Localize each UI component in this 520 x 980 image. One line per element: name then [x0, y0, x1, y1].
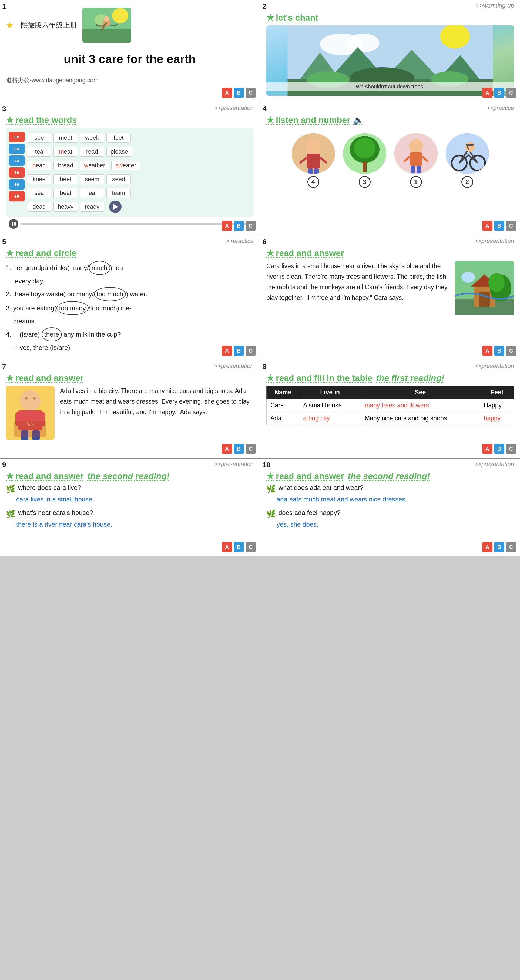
star-icon-5: ★	[6, 248, 14, 258]
slide-number-8: 8	[263, 363, 266, 371]
listen-img-3: 3	[343, 133, 386, 188]
badge-b-3[interactable]: B	[234, 221, 244, 231]
badge-b-5[interactable]: B	[234, 345, 244, 356]
badge-a-9[interactable]: A	[222, 542, 232, 552]
badge-b-8[interactable]: B	[494, 444, 504, 454]
badge-a-4[interactable]: A	[482, 221, 493, 231]
svg-point-60	[22, 393, 38, 407]
svg-point-52	[461, 272, 475, 283]
badge-c-9[interactable]: C	[246, 542, 256, 552]
qa-q-10-1: 🌿 what does ada eat and wear?	[266, 484, 514, 493]
col-header-feel: Feel	[480, 386, 514, 399]
progress-bar-3[interactable]	[21, 223, 251, 225]
slide-6-title: read and answer	[276, 248, 344, 258]
badge-c-3[interactable]: C	[246, 221, 256, 231]
abc-badges-8: A B C	[482, 444, 516, 454]
play-words-btn[interactable]	[109, 200, 122, 213]
ada-feel: happy	[480, 412, 514, 425]
badge-c-4[interactable]: C	[506, 221, 516, 231]
slide-2-title: let's chant	[276, 13, 318, 23]
badge-a-6[interactable]: A	[482, 345, 493, 356]
abc-badges-2: A B C	[482, 88, 516, 98]
phonics-ea-4: ea	[9, 191, 25, 201]
listen-img-2: 2	[446, 133, 489, 188]
badge-a-7[interactable]: A	[222, 444, 232, 454]
phonics-ea-3: ea	[9, 179, 25, 189]
phonics-ea-2: ea	[9, 156, 25, 166]
slide-2-title-wrap: ★ let's chant	[266, 13, 514, 23]
word-weather: weather	[80, 161, 109, 170]
circle-item-4: 4. —(is/are) there any milk in the cup?	[6, 328, 254, 342]
badge-b-7[interactable]: B	[234, 444, 244, 454]
circle-item-3: 3. you are eating(too many/too much) ice…	[6, 301, 254, 315]
slide-10-subtitle: the second reading!	[348, 471, 430, 481]
svg-rect-36	[417, 166, 421, 173]
word-team: team	[106, 188, 131, 198]
badge-a-2[interactable]: A	[482, 88, 493, 98]
slide-5-title-wrap: ★ read and circle	[6, 248, 254, 258]
svg-rect-34	[410, 152, 422, 166]
listen-num-4: 4	[308, 176, 319, 188]
svg-point-50	[488, 273, 504, 292]
word-head: head	[27, 161, 51, 170]
circled-toomany: too many	[57, 301, 89, 315]
slide-5: 5 >>practice ★ read and circle 1. her gr…	[0, 235, 260, 360]
slide-6-title-wrap: ★ read and answer	[266, 248, 514, 258]
slide-1-subtitle: 陕旅版六年级上册	[21, 21, 77, 30]
badge-c-8[interactable]: C	[506, 444, 516, 454]
slide-3: 3 >>presentation ★ read the words ee ea …	[0, 102, 260, 235]
listen-num-2: 2	[461, 176, 473, 188]
word-beat: beat	[54, 188, 78, 198]
badge-c-2[interactable]: C	[506, 88, 516, 98]
badge-c-5[interactable]: C	[246, 345, 256, 356]
word-feet: feet	[106, 133, 131, 143]
bullet-10-2: 🌿	[266, 510, 276, 519]
star-icon-8: ★	[266, 373, 274, 383]
slide-7-title-wrap: ★ read and answer	[6, 373, 254, 383]
pause-button-3[interactable]	[9, 219, 18, 229]
words-row-1: see meet week feet	[27, 132, 251, 144]
badge-c-10[interactable]: C	[506, 542, 516, 552]
slide-2-caption: We shouldn't cut down trees.	[266, 83, 514, 91]
slide-3-title-wrap: ★ read the words	[6, 115, 254, 125]
word-meat: meat	[54, 147, 78, 156]
slide-8: 8 >>presentation ★ read and fill in the …	[260, 360, 520, 458]
badge-a-5[interactable]: A	[222, 345, 232, 356]
listen-img-boy	[395, 133, 438, 174]
circle-item-4b: —yes, there (is/are).	[6, 342, 254, 354]
star-icon-10: ★	[266, 471, 274, 481]
badge-a-3[interactable]: A	[222, 221, 232, 231]
badge-c-6[interactable]: C	[506, 345, 516, 356]
bullet-9-2: 🌿	[6, 510, 16, 519]
slide-tag-9: >>presentation	[214, 461, 254, 468]
table-row-ada: Ada a bog city Many nice cars and big sh…	[266, 412, 514, 425]
slide-tag-7: >>presentation	[214, 363, 254, 369]
slide-7-text: Ada lives in a big city. There are many …	[60, 386, 254, 440]
badge-b-10[interactable]: B	[494, 542, 504, 552]
slide-6-image	[455, 261, 514, 315]
badge-b-6[interactable]: B	[494, 345, 504, 356]
slide-number-6: 6	[263, 238, 266, 246]
svg-point-62	[33, 397, 36, 399]
badge-b-4[interactable]: B	[494, 221, 504, 231]
slide-number-2: 2	[263, 2, 266, 11]
badge-b-9[interactable]: B	[234, 542, 244, 552]
abc-badges-10: A B C	[482, 542, 516, 552]
svg-rect-30	[363, 162, 367, 172]
word-bread: bread	[54, 161, 78, 170]
star-icon-1: ★	[6, 20, 14, 30]
badge-c-1[interactable]: C	[246, 88, 256, 98]
badge-b-1[interactable]: B	[234, 88, 244, 98]
badge-a-10[interactable]: A	[482, 542, 493, 552]
abc-badges-7: A B C	[222, 444, 256, 454]
badge-c-7[interactable]: C	[246, 444, 256, 454]
table-row-cara: Cara A small house many trees and flower…	[266, 399, 514, 412]
slide-4-title: listen and number	[276, 115, 350, 125]
badge-a-8[interactable]: A	[482, 444, 493, 454]
listen-img-girl	[292, 133, 335, 174]
ada-name: Ada	[266, 412, 299, 425]
badge-b-2[interactable]: B	[494, 88, 504, 98]
badge-a-1[interactable]: A	[222, 88, 232, 98]
speaker-icon[interactable]: 🔈	[353, 115, 364, 125]
slide-2-video[interactable]: We shouldn't cut down trees.	[266, 25, 514, 96]
